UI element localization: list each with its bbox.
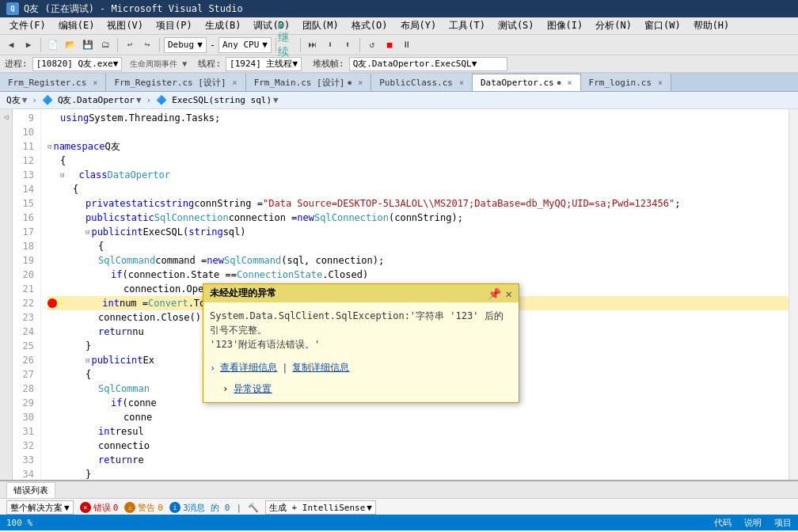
open-btn[interactable]: 📂 <box>63 37 78 53</box>
stop-btn[interactable]: ■ <box>382 37 397 53</box>
process-label: 进程: <box>5 58 28 70</box>
code-line-11: ⊟ namespace Q友 <box>48 139 788 154</box>
sep1 <box>40 38 41 52</box>
collapse-17[interactable]: ⊟ <box>86 225 89 239</box>
code-line-9: using System.Threading.Tasks; <box>48 111 788 125</box>
collapse-11[interactable]: ⊟ <box>48 139 51 154</box>
tab-dataopertor[interactable]: DataOpertor.cs ● × <box>473 74 581 91</box>
tab-frm-register-design[interactable]: Frm_Register.cs [设计] × <box>106 74 245 91</box>
breakpoint-22[interactable] <box>48 298 57 308</box>
tab-close-frm-register-design[interactable]: × <box>233 78 238 87</box>
error-icon: ✕ <box>80 502 91 513</box>
code-editor[interactable]: 9 10 11 12 13 14 15 16 17 18 19 20 21 22… <box>13 109 788 480</box>
tab-publicclass[interactable]: PublicClass.cs × <box>371 74 473 91</box>
bottom-tabs: 错误列表 <box>0 481 798 499</box>
redo-btn[interactable]: ↪ <box>139 37 155 53</box>
menu-team[interactable]: 团队(M) <box>296 17 345 34</box>
error-status[interactable]: ✕ 错误 0 <box>80 502 119 514</box>
tab-close-frm-register[interactable]: × <box>93 78 97 87</box>
tab-close-dataopertor[interactable]: × <box>568 78 572 87</box>
menu-tools[interactable]: 工具(T) <box>443 17 492 34</box>
status-bar: 100 % 代码 说明 项目 <box>0 515 798 530</box>
tab-frm-register-cs[interactable]: Frm_Register.cs × <box>0 74 106 91</box>
menu-test[interactable]: 测试(S) <box>492 17 541 34</box>
sep2 <box>117 38 118 52</box>
tab-close-frm-main[interactable]: × <box>358 78 363 87</box>
sep6 <box>359 38 360 52</box>
error-list-tab[interactable]: 错误列表 <box>6 482 55 498</box>
build-dropdown[interactable]: 生成 + IntelliSense ▼ <box>265 500 376 515</box>
class-breadcrumb[interactable]: Q友 ▼ <box>6 94 27 106</box>
continue-btn[interactable]: ▶ 继续(C) <box>280 37 296 53</box>
step-out-btn[interactable]: ⬆ <box>340 37 355 53</box>
pin-icon[interactable]: 📌 <box>488 287 501 300</box>
error-popup: 未经处理的异常 📌 ✕ System.Data.SqlClient.SqlExc… <box>203 283 519 403</box>
menu-layout[interactable]: 布局(Y) <box>394 17 443 34</box>
collapse-26[interactable]: ⊟ <box>86 353 89 367</box>
menu-file[interactable]: 文件(F) <box>3 17 52 34</box>
method-breadcrumb[interactable]: ExecSQL(string sql) ▼ <box>172 95 278 105</box>
window-title: Q友 (正在调试) - Microsoft Visual Studio <box>24 2 243 16</box>
menu-analyze[interactable]: 分析(N) <box>589 17 638 34</box>
step-over-btn[interactable]: ⏭ <box>305 37 321 53</box>
status-tab-code[interactable]: 代码 <box>714 517 732 529</box>
thread-dropdown[interactable]: [1924] 主线程 ▼ <box>226 57 302 71</box>
exception-settings-link[interactable]: 异常设置 <box>234 383 272 394</box>
code-line-19: SqlCommand command = new SqlCommand(sql,… <box>48 253 788 268</box>
error-message1: System.Data.SqlClient.SqlException:'字符串 … <box>210 310 504 336</box>
restart-btn[interactable]: ↺ <box>364 37 380 53</box>
code-line-20: if (connection.State == ConnectionState.… <box>48 268 788 282</box>
forward-btn[interactable]: ▶ <box>21 37 36 53</box>
menu-help[interactable]: 帮助(H) <box>687 17 736 34</box>
solution-dropdown[interactable]: 整个解决方案 ▼ <box>6 500 74 515</box>
tabs-bar: Frm_Register.cs × Frm_Register.cs [设计] ×… <box>0 73 798 92</box>
error-popup-header: 未经处理的异常 📌 ✕ <box>203 284 519 302</box>
tab-close-publicclass[interactable]: × <box>459 78 464 87</box>
bottom-panel: 错误列表 整个解决方案 ▼ ✕ 错误 0 ⚠ 警告 0 i 3消息 的 0 | … <box>0 480 798 515</box>
code-line-33: return re <box>48 453 788 467</box>
left-gutter: ◁ <box>0 109 13 480</box>
back-btn[interactable]: ◀ <box>3 37 19 53</box>
menu-window[interactable]: 窗口(W) <box>638 17 687 34</box>
tab-frm-main-design[interactable]: Frm_Main.cs [设计] ● × <box>246 74 372 91</box>
view-detail-link[interactable]: 查看详细信息 <box>220 361 277 374</box>
gutter-icon-1[interactable]: ◁ <box>2 112 11 122</box>
menu-project[interactable]: 项目(P) <box>150 17 199 34</box>
menu-format[interactable]: 格式(O) <box>345 17 394 34</box>
undo-btn[interactable]: ↩ <box>122 37 138 53</box>
cpu-dropdown[interactable]: Any CPU ▼ <box>218 37 272 53</box>
process-bar: 进程: [10820] Q友.exe ▼ 生命周期事件 ▼ 线程: [1924]… <box>0 55 798 73</box>
debug-mode-dropdown[interactable]: Debug ▼ <box>164 37 207 53</box>
tab-frm-login[interactable]: Frm_login.cs × <box>581 74 672 91</box>
save-all-btn[interactable]: 🗂 <box>97 37 113 53</box>
step-into-btn[interactable]: ⬇ <box>322 37 338 53</box>
code-line-15: private static string connString = "Data… <box>48 196 788 211</box>
stack-dropdown[interactable]: Q友.DataOpertor.ExecSQL ▼ <box>349 57 507 71</box>
namespace-breadcrumb[interactable]: Q友.DataOpertor ▼ <box>58 94 142 106</box>
menu-build[interactable]: 生成(B) <box>199 17 248 34</box>
save-btn[interactable]: 💾 <box>80 37 96 53</box>
copy-detail-link[interactable]: 复制详细信息 <box>292 361 349 374</box>
line-numbers: 9 10 11 12 13 14 15 16 17 18 19 20 21 22… <box>13 109 41 480</box>
menu-view[interactable]: 视图(V) <box>101 17 150 34</box>
sep4 <box>276 38 276 52</box>
status-item-zoom[interactable]: 100 % <box>6 518 32 528</box>
pause-btn[interactable]: ⏸ <box>399 37 415 53</box>
tab-close-frm-login[interactable]: × <box>658 78 663 87</box>
stack-label: 堆栈帧: <box>313 58 344 70</box>
menu-edit[interactable]: 编辑(E) <box>52 17 101 34</box>
status-tab-desc[interactable]: 说明 <box>744 517 762 529</box>
collapse-13[interactable]: ⊟ <box>60 168 64 182</box>
new-btn[interactable]: 📄 <box>45 37 61 53</box>
error-popup-close[interactable]: ✕ <box>506 287 512 300</box>
process-dropdown[interactable]: [10820] Q友.exe ▼ <box>32 57 123 71</box>
thread-label: 线程: <box>198 58 221 70</box>
menu-image[interactable]: 图像(I) <box>541 17 590 34</box>
code-line-12: { <box>48 154 788 168</box>
event-dropdown[interactable]: 生命周期事件 ▼ <box>130 59 187 70</box>
warning-status[interactable]: ⚠ 警告 0 <box>124 502 163 514</box>
right-scrollbar[interactable] <box>788 109 798 480</box>
code-line-32: connectio <box>48 439 788 453</box>
sep5 <box>300 38 301 52</box>
info-status[interactable]: i 3消息 的 0 <box>169 502 230 514</box>
